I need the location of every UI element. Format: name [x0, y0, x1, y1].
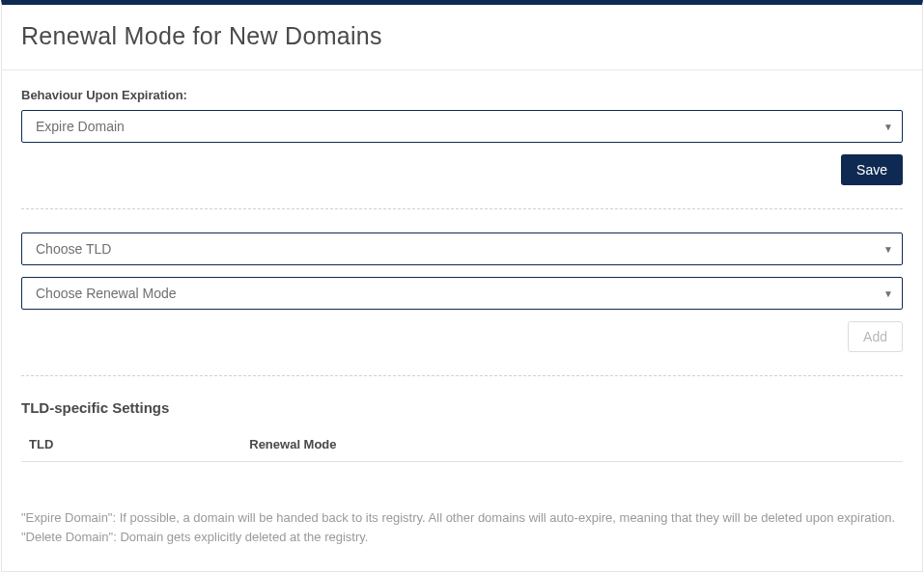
- table-header-tld: TLD: [21, 427, 241, 462]
- add-row: Add: [21, 321, 903, 352]
- behaviour-select-wrapper: Expire Domain ▼: [21, 110, 903, 143]
- divider: [21, 375, 903, 376]
- save-button[interactable]: Save: [841, 154, 903, 185]
- tld-settings-heading: TLD-specific Settings: [21, 399, 903, 416]
- panel: Renewal Mode for New Domains Behaviour U…: [1, 0, 923, 572]
- table-header-row: TLD Renewal Mode: [21, 427, 903, 462]
- renewal-mode-select-wrapper: Choose Renewal Mode ▼: [21, 277, 903, 310]
- save-row: Save: [21, 154, 903, 185]
- add-button[interactable]: Add: [848, 321, 903, 352]
- table-header-renewal-mode: Renewal Mode: [241, 427, 903, 462]
- behaviour-label: Behaviour Upon Expiration:: [21, 88, 903, 102]
- tld-settings-table: TLD Renewal Mode: [21, 427, 903, 462]
- renewal-mode-select[interactable]: Choose Renewal Mode: [21, 277, 903, 310]
- tld-select[interactable]: Choose TLD: [21, 232, 903, 265]
- help-text: "Expire Domain": If possible, a domain w…: [21, 508, 903, 546]
- content: Behaviour Upon Expiration: Expire Domain…: [2, 70, 922, 565]
- header: Renewal Mode for New Domains: [2, 5, 922, 70]
- behaviour-select[interactable]: Expire Domain: [21, 110, 903, 143]
- divider: [21, 208, 903, 209]
- page-title: Renewal Mode for New Domains: [21, 22, 903, 50]
- tld-select-wrapper: Choose TLD ▼: [21, 232, 903, 265]
